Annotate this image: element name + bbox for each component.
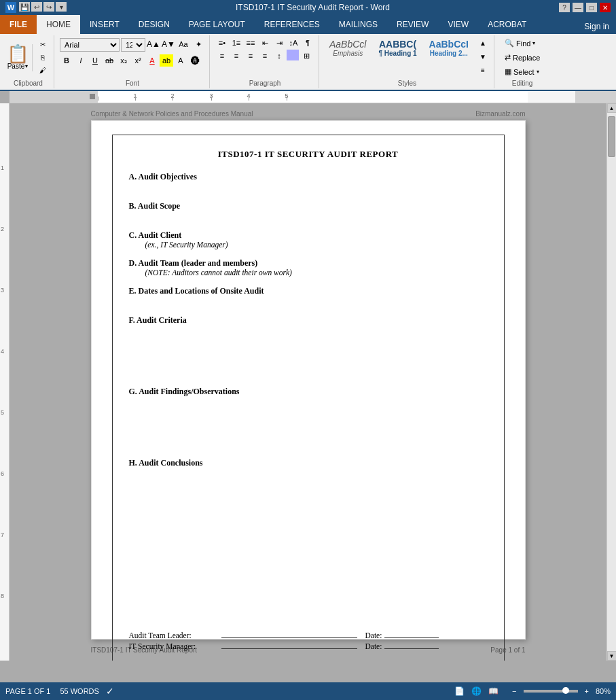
zoom-level[interactable]: 80% (596, 687, 611, 695)
tab-design[interactable]: DESIGN (129, 15, 179, 34)
proofing-icon[interactable]: ✓ (106, 686, 114, 697)
align-center-btn[interactable]: ≡ (230, 50, 243, 62)
section-d-label: D. Audit Team (leader and members) (129, 258, 488, 268)
justify-btn[interactable]: ≡ (258, 50, 272, 62)
title-bar: W 💾 ↩ ↪ ▾ ITSD107-1 IT Security Audit Re… (0, 0, 616, 15)
styles-expand-btn[interactable]: ≡ (476, 64, 490, 76)
vertical-scrollbar[interactable]: ▲ ▼ (606, 103, 616, 661)
zoom-minus[interactable]: − (512, 687, 516, 695)
scroll-down-btn[interactable]: ▼ (607, 651, 617, 661)
replace-btn[interactable]: ⇄ Replace (500, 51, 545, 64)
view-web-icon[interactable]: 🌐 (471, 686, 482, 696)
border-btn[interactable]: ⊞ (300, 50, 313, 62)
word-count: 55 WORDS (60, 687, 98, 695)
shading-btn[interactable]: 🅐 (188, 54, 202, 67)
show-marks-btn[interactable]: ¶ (301, 37, 314, 49)
view-read-icon[interactable]: 📖 (488, 686, 499, 696)
ruler-mark-3 (211, 97, 212, 101)
bullets-btn[interactable]: ≡• (215, 37, 229, 49)
section-c-label: C. Audit Client (129, 230, 488, 241)
subscript-btn[interactable]: x₂ (117, 54, 130, 67)
section-b: B. Audit Scope (129, 201, 488, 221)
tab-insert[interactable]: INSERT (80, 15, 129, 34)
shading-para-btn[interactable] (287, 50, 299, 60)
restore-btn[interactable]: □ (586, 3, 597, 12)
tab-acrobat[interactable]: ACROBAT (478, 15, 536, 34)
sort-btn[interactable]: ↕A (287, 37, 300, 49)
view-print-icon[interactable]: 📄 (454, 686, 465, 696)
highlight-btn[interactable]: ab (160, 54, 173, 67)
font-name-row: Arial 12 A▲ A▼ Aa ✦ (60, 38, 205, 52)
paste-dropdown-icon: ▾ (25, 63, 28, 69)
ruler-active: 1 2 3 4 5 (98, 91, 528, 103)
numbering-btn[interactable]: 1≡ (230, 37, 243, 49)
copy-btn[interactable]: ⎘ (36, 52, 50, 64)
scroll-up-btn[interactable]: ▲ (607, 103, 617, 113)
select-btn[interactable]: ▦ Select ▾ (500, 65, 545, 78)
paste-btn[interactable]: 📋 Paste ▾ (7, 45, 29, 70)
decrease-font-btn[interactable]: A▼ (162, 38, 175, 50)
superscript-btn[interactable]: x² (131, 54, 145, 67)
customize-quick-btn[interactable]: ▾ (56, 2, 67, 12)
strikethrough-btn[interactable]: ab (103, 54, 116, 67)
align-right-btn[interactable]: ≡ (244, 50, 257, 62)
style-heading2[interactable]: AaBbCcI Heading 2... (424, 37, 473, 76)
sig-1-line (221, 637, 357, 638)
decrease-indent-btn[interactable]: ⇤ (258, 37, 272, 49)
ruler-mark-5 (287, 97, 287, 101)
style-emphasis[interactable]: AaBbCcl Emphasis (325, 37, 371, 76)
multilevel-btn[interactable]: ≡≡ (244, 37, 257, 49)
zoom-thumb[interactable] (562, 687, 569, 694)
font-size-select[interactable]: 12 (121, 38, 145, 52)
align-left-btn[interactable]: ≡ (215, 50, 229, 62)
ribbon-content: 📋 Paste ▾ ✂ ⎘ 🖌 Clipboard Arial 12 A▲ (0, 34, 616, 91)
zoom-slider[interactable] (524, 690, 578, 693)
section-f-label: F. Audit Criteria (129, 315, 488, 326)
tab-view[interactable]: VIEW (438, 15, 478, 34)
font-family-select[interactable]: Arial (60, 38, 120, 52)
styles-up-btn[interactable]: ▲ (476, 37, 490, 49)
italic-btn[interactable]: I (74, 54, 88, 67)
increase-font-btn[interactable]: A▲ (147, 38, 160, 50)
format-painter-btn[interactable]: 🖌 (36, 65, 50, 77)
zoom-plus[interactable]: + (585, 687, 589, 695)
tab-page-layout[interactable]: PAGE LAYOUT (179, 15, 255, 34)
find-btn[interactable]: 🔍 Find ▾ (500, 37, 545, 50)
tab-file[interactable]: FILE (0, 15, 37, 34)
underline-btn[interactable]: U (88, 54, 102, 67)
styles-down-btn[interactable]: ▼ (476, 50, 490, 63)
cut-btn[interactable]: ✂ (36, 39, 50, 51)
increase-indent-btn[interactable]: ⇥ (272, 37, 286, 49)
tab-mailings[interactable]: MAILINGS (329, 15, 387, 34)
change-case-btn[interactable]: Aa (177, 38, 190, 50)
close-btn[interactable]: ✕ (600, 3, 611, 12)
save-quick-btn[interactable]: 💾 (19, 2, 30, 12)
section-h: H. Audit Conclusions (129, 458, 488, 550)
section-e-label: E. Dates and Locations of Onsite Audit (129, 286, 488, 296)
ribbon-tabs: FILE HOME INSERT DESIGN PAGE LAYOUT REFE… (0, 15, 616, 34)
text-color-btn[interactable]: A (145, 54, 159, 67)
sig-2-line (221, 648, 357, 649)
line-spacing-btn[interactable]: ↕ (272, 50, 286, 62)
scroll-thumb[interactable] (608, 116, 615, 157)
ruler-v-1: 1 (1, 164, 4, 171)
bold-btn[interactable]: B (60, 54, 73, 67)
paste-label: Paste ▾ (7, 63, 29, 70)
font-color-btn[interactable]: A (174, 54, 187, 67)
undo-quick-btn[interactable]: ↩ (31, 2, 42, 12)
style-heading1[interactable]: AABBC( ¶ Heading 1 (374, 37, 421, 76)
redo-quick-btn[interactable]: ↪ (43, 2, 54, 12)
scroll-track[interactable] (607, 113, 616, 651)
tab-review[interactable]: REVIEW (387, 15, 438, 34)
section-g: G. Audit Findings/Observations (129, 387, 488, 431)
minimize-btn[interactable]: — (573, 3, 583, 12)
window-title: ITSD107-1 IT Security Audit Report - Wor… (67, 3, 559, 12)
vertical-ruler-marks: 1 2 3 4 5 6 7 8 (0, 103, 9, 661)
tab-references[interactable]: REFERENCES (255, 15, 329, 34)
tab-home[interactable]: HOME (37, 15, 80, 34)
para-row2: ≡ ≡ ≡ ≡ ↕ ⊞ (215, 50, 314, 62)
help-btn[interactable]: ? (559, 3, 570, 12)
styles-row: AaBbCcl Emphasis AABBC( ¶ Heading 1 AaBb… (325, 37, 490, 76)
clear-format-btn[interactable]: ✦ (192, 38, 205, 50)
sign-in[interactable]: Sign in (577, 19, 616, 34)
